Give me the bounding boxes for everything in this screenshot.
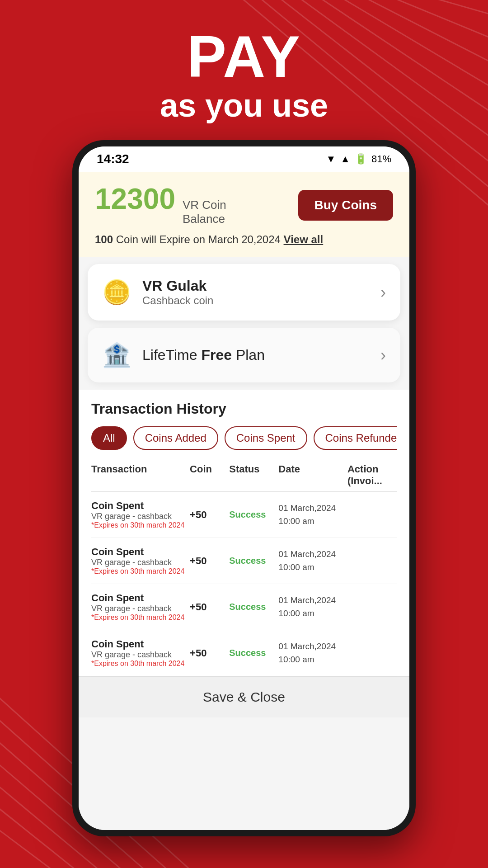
tx-expiry-4: *Expires on 30th march 2024 — [91, 660, 190, 668]
filter-tab-coins-refunded[interactable]: Coins Refunde... — [314, 426, 397, 450]
view-all-link[interactable]: View all — [284, 233, 324, 245]
filter-tabs: All Coins Added Coins Spent Coins Refund… — [91, 426, 397, 450]
gulak-subtitle: Cashback coin — [142, 294, 213, 307]
phone-screen: 14:32 ▼ ▲ 🔋 81% 12300 VR Coin Balance — [79, 146, 409, 830]
lifetime-plan-card[interactable]: 🏦 LifeTime Free Plan › — [88, 328, 400, 382]
th-transaction: Transaction — [91, 463, 190, 487]
tx-expiry-1: *Expires on 30th march 2024 — [91, 521, 190, 529]
tx-main-2: Coin Spent — [91, 546, 190, 558]
tx-sub-2: VR garage - cashback — [91, 558, 190, 567]
coin-balance-section: 12300 VR Coin Balance Buy Coins 100 Coin… — [79, 172, 409, 257]
tx-main-1: Coin Spent — [91, 500, 190, 512]
td-transaction-1: Coin Spent VR garage - cashback *Expires… — [91, 500, 190, 529]
status-time: 14:32 — [97, 152, 129, 166]
gulak-title: VR Gulak — [142, 278, 213, 294]
td-status-1: Success — [229, 509, 278, 520]
hero-subtitle: as you use — [0, 86, 488, 125]
td-date-1: 01 March,202410:00 am — [278, 502, 347, 528]
gulak-chevron-icon: › — [380, 283, 386, 302]
table-row: Coin Spent VR garage - cashback *Expires… — [91, 492, 397, 538]
expiry-text: Coin will Expire on March 20,2024 — [116, 233, 281, 245]
save-close-bar[interactable]: Save & Close — [79, 676, 409, 717]
td-transaction-2: Coin Spent VR garage - cashback *Expires… — [91, 546, 190, 576]
lifetime-icon: 🏦 — [102, 341, 131, 369]
coin-balance-row: 12300 VR Coin Balance Buy Coins — [95, 184, 393, 226]
tx-expiry-2: *Expires on 30th march 2024 — [91, 567, 190, 576]
save-close-text: Save & Close — [203, 689, 285, 704]
lifetime-prefix: LifeTime — [142, 347, 197, 363]
td-status-3: Success — [229, 602, 278, 612]
td-transaction-3: Coin Spent VR garage - cashback *Expires… — [91, 592, 190, 622]
tx-sub-3: VR garage - cashback — [91, 604, 190, 613]
transaction-title: Transaction History — [91, 401, 397, 417]
td-coin-4: +50 — [190, 647, 229, 659]
wifi-icon: ▼ — [326, 153, 336, 165]
coin-balance-label: VR Coin Balance — [183, 198, 226, 226]
lifetime-bold: Free — [201, 347, 232, 363]
tx-sub-4: VR garage - cashback — [91, 650, 190, 660]
expiry-info: 100 Coin will Expire on March 20,2024 Vi… — [95, 233, 393, 246]
filter-tab-all[interactable]: All — [91, 426, 127, 450]
coin-label-line2: Balance — [183, 212, 226, 226]
screen-content: 12300 VR Coin Balance Buy Coins 100 Coin… — [79, 172, 409, 830]
lifetime-title: LifeTime Free Plan — [142, 347, 265, 363]
transaction-section: Transaction History All Coins Added Coin… — [79, 390, 409, 676]
status-icons: ▼ ▲ 🔋 81% — [326, 153, 391, 165]
td-date-4: 01 March,202410:00 am — [278, 640, 347, 666]
table-header: Transaction Coin Status Date Action (Inv… — [91, 459, 397, 492]
th-coin: Coin — [190, 463, 229, 487]
svg-line-14 — [0, 814, 68, 868]
signal-icon: ▲ — [340, 153, 350, 165]
gulak-text: VR Gulak Cashback coin — [142, 278, 213, 307]
expiry-amount: 100 — [95, 233, 113, 245]
tx-expiry-3: *Expires on 30th march 2024 — [91, 613, 190, 622]
td-date-3: 01 March,202410:00 am — [278, 594, 347, 620]
battery-icon: 🔋 — [355, 153, 367, 165]
table-row: Coin Spent VR garage - cashback *Expires… — [91, 584, 397, 630]
filter-tab-coins-spent[interactable]: Coins Spent — [225, 426, 307, 450]
td-coin-3: +50 — [190, 601, 229, 613]
th-status: Status — [229, 463, 278, 487]
tx-main-4: Coin Spent — [91, 638, 190, 650]
td-coin-2: +50 — [190, 555, 229, 567]
hero-pay-text: PAY — [0, 27, 488, 86]
vr-gulak-card-left: 🪙 VR Gulak Cashback coin — [102, 278, 213, 307]
tx-sub-1: VR garage - cashback — [91, 512, 190, 521]
td-coin-1: +50 — [190, 509, 229, 521]
th-action: Action (Invoi... — [347, 463, 397, 487]
table-row: Coin Spent VR garage - cashback *Expires… — [91, 630, 397, 676]
buy-coins-button[interactable]: Buy Coins — [298, 190, 393, 221]
tx-main-3: Coin Spent — [91, 592, 190, 604]
hero-section: PAY as you use — [0, 27, 488, 125]
table-row: Coin Spent VR garage - cashback *Expires… — [91, 538, 397, 584]
coin-label-line1: VR Coin — [183, 198, 226, 212]
svg-line-5 — [361, 0, 488, 23]
phone-mockup: 14:32 ▼ ▲ 🔋 81% 12300 VR Coin Balance — [72, 140, 416, 836]
td-transaction-4: Coin Spent VR garage - cashback *Expires… — [91, 638, 190, 668]
lifetime-chevron-icon: › — [380, 346, 386, 365]
status-bar: 14:32 ▼ ▲ 🔋 81% — [79, 146, 409, 172]
battery-percentage: 81% — [371, 153, 391, 165]
lifetime-card-left: 🏦 LifeTime Free Plan — [102, 341, 265, 369]
td-status-4: Success — [229, 648, 278, 658]
filter-tab-coins-added[interactable]: Coins Added — [133, 426, 218, 450]
vr-gulak-card[interactable]: 🪙 VR Gulak Cashback coin › — [88, 264, 400, 321]
lifetime-suffix: Plan — [236, 347, 265, 363]
coin-balance-number: 12300 — [95, 184, 175, 213]
gulak-icon: 🪙 — [102, 278, 131, 306]
th-date: Date — [278, 463, 347, 487]
td-date-2: 01 March,202410:00 am — [278, 548, 347, 574]
td-status-2: Success — [229, 556, 278, 566]
coin-balance-left: 12300 VR Coin Balance — [95, 184, 226, 226]
